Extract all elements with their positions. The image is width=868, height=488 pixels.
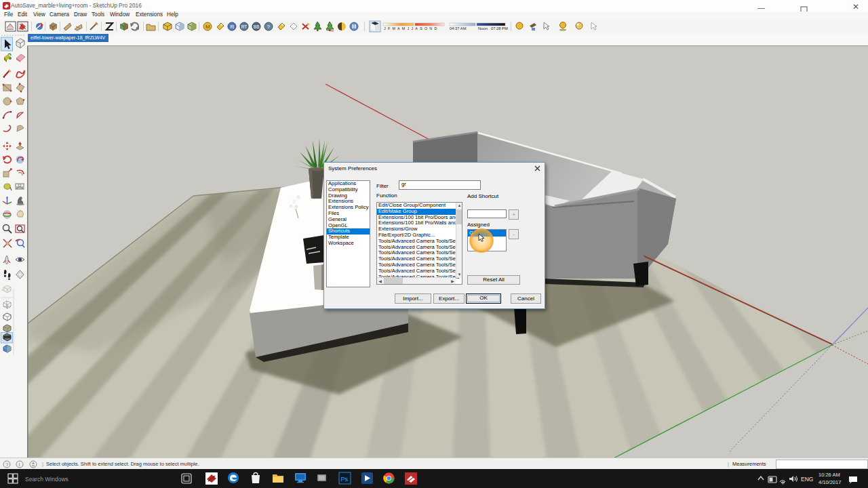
svg-text:04:37 AM: 04:37 AM (450, 26, 467, 30)
svg-text:RT: RT (241, 24, 248, 29)
svg-text:JFMAMJJASOND: JFMAMJJASOND (384, 26, 439, 30)
svg-text:Search Windows: Search Windows (25, 476, 68, 483)
svg-text:BB: BB (254, 24, 260, 29)
svg-text:10:26 AM: 10:26 AM (818, 472, 840, 478)
svg-text:12: 12 (18, 184, 22, 188)
svg-text:R: R (230, 24, 234, 30)
svg-text:Ps: Ps (341, 476, 349, 483)
svg-text:Noon: Noon (478, 26, 488, 30)
svg-text:ENG: ENG (801, 476, 813, 483)
svg-text:07:28 PM: 07:28 PM (491, 26, 508, 30)
svg-text:i: i (19, 462, 20, 468)
svg-text:?: ? (267, 24, 271, 30)
svg-text:4/10/2017: 4/10/2017 (818, 479, 841, 485)
svg-text:M: M (205, 24, 210, 30)
svg-text:?: ? (5, 462, 9, 468)
